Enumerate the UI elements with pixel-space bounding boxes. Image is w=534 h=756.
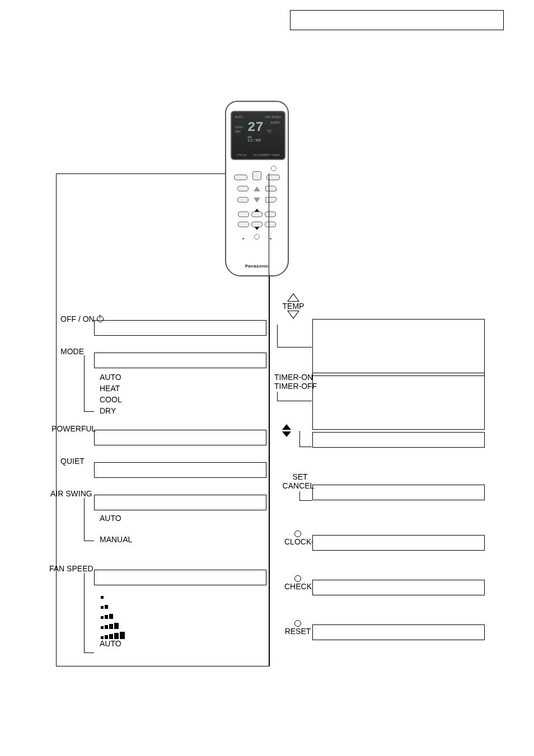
lcd-offtimer: OFF TIMER [265,153,280,157]
reset-label: RESET [284,627,311,636]
check-group: CHECK [284,575,311,591]
lcd-mode-cool: COOL [235,125,243,129]
check-icon [294,575,301,582]
swing-opt-auto: AUTO [100,514,121,523]
mode-opt-auto: AUTO [100,373,121,382]
remote-row-3 [233,195,281,204]
temp-group: TEMP [279,293,308,319]
fan-opt-auto: AUTO [100,639,121,648]
powerful-label: POWERFUL [51,424,96,433]
check-label: CHECK [284,582,311,591]
mode-opt-heat: HEAT [100,384,120,393]
lcd-mode-dry: DRY [235,130,241,133]
mode-opt-dry: DRY [100,406,116,415]
powerful-box [94,430,266,445]
temp-label: TEMP [279,302,308,311]
remote-row-5 [233,219,281,228]
lcd-fanspeed-label: FAN SPEED [265,115,281,119]
air-swing-box [94,495,266,510]
fan-bars-5 [101,629,126,639]
brand-label: Panasonic [226,264,288,269]
header-box [290,10,504,30]
air-swing-label: AIR SWING [50,489,92,498]
lcd-clock: 12:00 [247,138,261,143]
fan-speed-label: FAN SPEED [49,564,93,573]
mode-box [94,353,266,368]
clock-box [312,535,485,551]
lcd-temp: 27 [247,120,264,135]
lcd-offon: OFF/ON [236,153,247,157]
lcd-unit: °C [266,129,271,134]
off-on-box [94,320,266,336]
temp-down-icon [287,311,299,319]
fan-bars-3 [101,609,114,619]
remote-row-6 [233,232,281,241]
mode-label: MODE [60,347,84,356]
timer-off-label: TIMER-OFF [274,382,318,391]
set-label: SET [283,472,317,481]
clock-icon [294,530,301,537]
reset-box [312,624,485,640]
adjust-down-icon [282,431,291,437]
remote-row-4 [233,209,281,218]
fan-bars-2 [101,599,109,609]
remote-row-1 [233,171,281,180]
lcd-screen: AUTO FAN SPEED COOL DRY 27 °C AUTO AM 12… [231,111,285,160]
quiet-box [94,462,266,478]
temp-up-icon [287,293,299,302]
remote-control: AUTO FAN SPEED COOL DRY 27 °C AUTO AM 12… [225,101,289,276]
check-box [312,580,485,595]
timer-on-label: TIMER-ON [274,373,318,382]
clock-group: CLOCK [284,530,311,546]
timer-box [312,373,485,430]
clock-label: CLOCK [284,537,311,546]
swing-opt-manual: MANUAL [100,535,132,544]
lcd-mode-auto: AUTO [235,115,243,119]
fan-bars-4 [101,619,120,629]
set-cancel-box [312,485,485,500]
reset-icon [294,620,301,627]
mode-opt-cool: COOL [100,395,122,404]
fan-speed-box [94,570,266,585]
adjust-up-icon [282,424,291,430]
lcd-fan-auto: AUTO [270,121,280,124]
quiet-label: QUIET [60,457,85,466]
adjust-icons [279,424,294,437]
temp-box [312,319,485,376]
reset-group: RESET [284,620,311,636]
fan-bars-1 [101,589,105,599]
remote-row-2 [233,184,281,192]
cancel-label: CANCEL [280,481,317,490]
adjust-box [312,432,485,448]
